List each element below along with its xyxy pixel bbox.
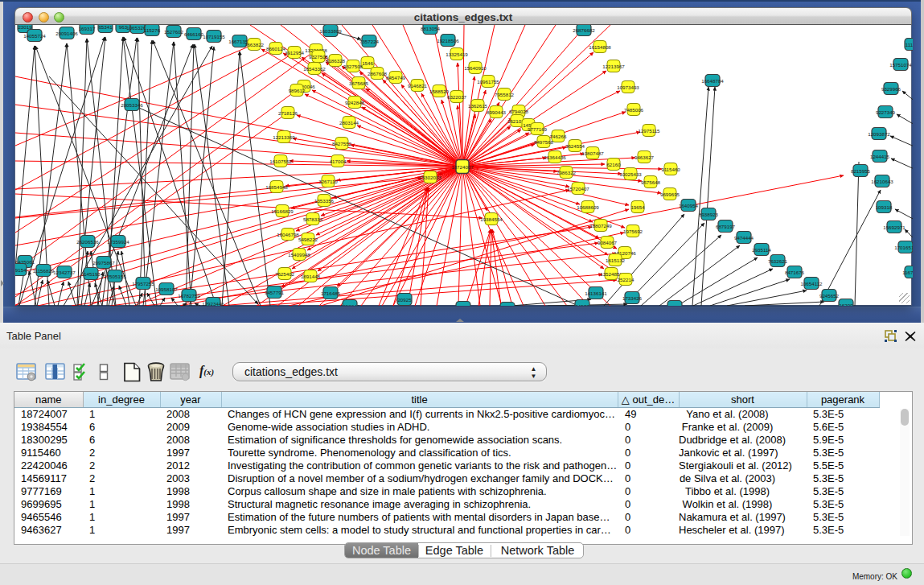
- svg-text:15409948: 15409948: [288, 252, 310, 257]
- svg-text:15640910: 15640910: [464, 65, 487, 71]
- svg-text:8660124: 8660124: [266, 46, 286, 51]
- svg-text:1078: 1078: [458, 305, 469, 306]
- svg-text:252214: 252214: [618, 277, 634, 282]
- svg-text:12342737: 12342737: [53, 270, 76, 275]
- svg-text:6322037: 6322037: [447, 94, 467, 100]
- svg-text:6466160: 6466160: [184, 31, 204, 37]
- svg-text:7485006: 7485006: [624, 107, 644, 113]
- svg-text:16782759: 16782759: [178, 293, 200, 299]
- svg-text:115276: 115276: [144, 27, 161, 33]
- svg-text:17957255: 17957255: [132, 281, 154, 286]
- svg-text:10958107: 10958107: [155, 286, 178, 292]
- svg-text:26876682: 26876682: [573, 27, 595, 33]
- svg-text:20925: 20925: [397, 297, 412, 303]
- svg-text:1292344: 1292344: [340, 303, 360, 306]
- svg-text:8186328: 8186328: [326, 58, 346, 64]
- svg-text:2935114: 2935114: [752, 247, 771, 253]
- svg-text:5498222: 5498222: [298, 237, 318, 242]
- svg-text:9329966: 9329966: [881, 86, 901, 92]
- svg-text:3675685: 3675685: [349, 80, 369, 86]
- svg-text:5878333: 5878333: [303, 216, 323, 222]
- svg-text:1167533: 1167533: [902, 270, 913, 275]
- svg-text:3267110: 3267110: [318, 179, 338, 184]
- svg-text:39154: 39154: [15, 267, 27, 273]
- svg-text:16209: 16209: [839, 303, 853, 306]
- svg-text:9227349: 9227349: [876, 109, 896, 115]
- svg-text:417004: 417004: [330, 159, 347, 164]
- svg-text:8215955: 8215955: [851, 168, 871, 174]
- svg-text:8938923: 8938923: [699, 212, 719, 217]
- svg-text:12975115: 12975115: [638, 128, 660, 134]
- svg-text:2867608: 2867608: [368, 71, 388, 76]
- svg-text:1353356: 1353356: [314, 198, 335, 204]
- svg-text:1975692: 1975692: [623, 229, 643, 234]
- svg-text:15751074: 15751074: [889, 62, 912, 68]
- svg-text:21364436: 21364436: [544, 154, 566, 160]
- svg-text:10688609: 10688609: [577, 204, 599, 210]
- svg-text:109318: 109318: [876, 204, 893, 210]
- svg-text:10973493: 10973493: [617, 84, 639, 90]
- svg-text:18724007: 18724007: [451, 164, 474, 170]
- svg-text:9115460: 9115460: [661, 167, 680, 172]
- svg-text:19166829: 19166829: [271, 208, 294, 214]
- svg-text:25302033: 25302033: [419, 175, 441, 180]
- svg-text:10807487: 10807487: [581, 150, 604, 156]
- svg-text:9242848: 9242848: [345, 100, 365, 105]
- svg-text:9699695: 9699695: [660, 192, 680, 197]
- svg-text:1546: 1546: [362, 60, 373, 66]
- svg-text:12505155: 12505155: [104, 274, 126, 279]
- svg-text:1145193: 1145193: [81, 271, 101, 277]
- svg-text:989612: 989612: [289, 88, 306, 93]
- svg-text:2803144: 2803144: [339, 120, 359, 126]
- svg-text:16543362: 16543362: [303, 66, 326, 72]
- svg-text:1588520: 1588520: [429, 89, 450, 94]
- svg-text:10654112: 10654112: [800, 281, 823, 286]
- svg-text:12213967: 12213967: [602, 64, 625, 69]
- svg-text:6794028: 6794028: [509, 109, 529, 114]
- svg-text:1244415: 1244415: [870, 154, 890, 159]
- svg-text:8471676: 8471676: [785, 270, 805, 275]
- svg-text:18807249: 18807249: [589, 223, 612, 229]
- svg-text:16210643: 16210643: [871, 179, 893, 184]
- svg-text:7955812: 7955812: [495, 92, 515, 97]
- svg-text:94577: 94577: [575, 303, 589, 306]
- svg-text:16648784: 16648784: [701, 78, 724, 84]
- svg-text:9457791: 9457791: [265, 290, 285, 295]
- svg-text:65341: 65341: [98, 25, 113, 30]
- svg-text:16107552: 16107552: [269, 159, 292, 164]
- svg-text:15720407: 15720407: [567, 186, 589, 192]
- svg-text:8813054: 8813054: [421, 26, 441, 31]
- svg-text:23019: 23019: [18, 25, 32, 30]
- svg-text:62160: 62160: [606, 162, 621, 167]
- svg-text:8427552: 8427552: [332, 141, 352, 146]
- svg-text:2718126: 2718126: [278, 110, 298, 116]
- svg-text:11123: 11123: [906, 42, 913, 47]
- svg-text:8990443: 8990443: [487, 109, 507, 115]
- svg-text:9463627: 9463627: [634, 154, 655, 160]
- svg-text:7986322: 7986322: [556, 170, 577, 175]
- svg-text:12213369: 12213369: [273, 134, 295, 140]
- svg-text:9575648: 9575648: [641, 179, 661, 185]
- svg-text:20975867: 20975867: [92, 260, 115, 266]
- svg-text:10719155: 10719155: [203, 34, 225, 39]
- svg-text:7625402: 7625402: [275, 271, 295, 277]
- svg-text:7357224: 7357224: [359, 39, 380, 44]
- svg-text:8454749: 8454749: [386, 75, 406, 80]
- svg-text:16854948: 16854948: [265, 184, 288, 190]
- svg-text:19218506: 19218506: [437, 38, 459, 43]
- svg-text:13325419: 13325419: [446, 51, 468, 57]
- svg-text:9146821: 9146821: [408, 83, 428, 89]
- svg-text:1716485: 1716485: [321, 290, 341, 296]
- svg-text:14055724: 14055724: [23, 33, 46, 39]
- svg-text:16046798: 16046798: [277, 232, 299, 237]
- svg-text:1615132: 1615132: [606, 257, 626, 263]
- svg-text:9327508: 9327508: [343, 64, 363, 69]
- svg-text:20091406: 20091406: [55, 31, 78, 36]
- svg-text:3912954: 3912954: [285, 50, 305, 56]
- svg-text:16033809: 16033809: [319, 28, 342, 34]
- svg-text:16154808: 16154808: [589, 44, 611, 50]
- svg-text:20053346: 20053346: [121, 102, 143, 108]
- svg-text:746266: 746266: [550, 134, 567, 139]
- svg-text:16455: 16455: [667, 304, 682, 306]
- svg-text:1527602: 1527602: [164, 29, 184, 35]
